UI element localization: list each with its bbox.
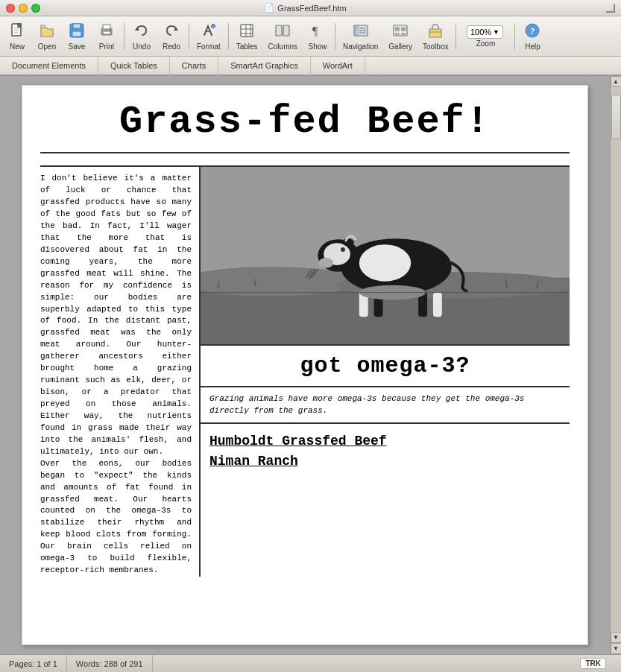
link-humboldt[interactable]: Humboldt Grassfed Beef [209,431,561,451]
pages-label: Pages: [9,659,34,668]
svg-rect-23 [283,25,289,36]
document-container: Grass-fed Beef! I don't believe it's a m… [0,76,610,654]
show-label: Show [309,42,327,51]
print-label: Print [99,42,115,51]
format-label: Format [197,42,221,51]
svg-point-49 [342,238,354,246]
separator-3 [228,23,229,50]
print-button[interactable]: Print [92,19,121,54]
tab-wordart[interactable]: WordArt [311,56,365,75]
navigation-label: Navigation [343,42,378,51]
columns-label: Columns [268,42,297,51]
title-bar: 📄 GrassFedBeef.htm [0,0,621,16]
document-title: Grass-fed Beef! [40,101,570,153]
close-button[interactable] [6,4,15,13]
navigation-icon [353,22,369,42]
svg-rect-32 [401,27,406,31]
svg-rect-10 [103,25,110,29]
right-column: got omega-3? Grazing animals have more o… [201,167,570,577]
save-label: Save [69,42,86,51]
new-button[interactable]: New [3,19,31,54]
scroll-up-button[interactable]: ▲ [611,76,622,87]
format-button[interactable]: Format [192,19,225,54]
tab-document-elements[interactable]: Document Elements [0,56,98,75]
columns-icon [274,22,291,42]
undo-icon [133,22,150,42]
title-bar-right [570,4,615,13]
svg-text:?: ? [530,25,535,37]
save-button[interactable]: Save [63,19,91,54]
gallery-icon [392,22,409,42]
scroll-down-1[interactable]: ▼ [611,632,622,643]
undo-button[interactable]: Undo [127,19,156,54]
help-button[interactable]: ? Help [518,19,546,54]
svg-rect-8 [72,31,81,37]
links-section: Humboldt Grassfed Beef Niman Ranch [201,424,570,479]
cow-image [201,167,570,346]
zoom-label: Zoom [476,39,496,48]
vertical-scrollbar[interactable]: ▲ ▼ ▼ [610,76,621,654]
document-body: I don't believe it's a matter of luck or… [40,165,570,577]
help-label: Help [525,42,540,51]
svg-rect-22 [276,25,282,36]
svg-rect-31 [395,27,400,31]
svg-rect-34 [401,33,406,35]
tab-smartart-graphics[interactable]: SmartArt Graphics [218,56,310,75]
words-value: 288 of 291 [104,659,143,668]
filename: GrassFedBeef.htm [277,4,346,13]
trk-segment: TRK [571,655,615,672]
file-icon: 📄 [264,3,274,13]
columns-button[interactable]: Columns [264,19,302,54]
maximize-button[interactable] [31,4,40,13]
open-button[interactable]: Open [33,19,61,54]
tab-charts[interactable]: Charts [170,56,218,75]
save-icon [69,22,85,42]
open-icon [39,22,55,42]
svg-point-44 [359,244,411,282]
body-paragraph-2: Over the eons, our bodies began to "expe… [40,458,192,577]
tab-quick-tables[interactable]: Quick Tables [98,56,170,75]
show-icon: ¶ [309,22,326,42]
navigation-button[interactable]: Navigation [338,19,382,54]
gallery-button[interactable]: Gallery [384,19,417,54]
words-segment: Words: 288 of 291 [67,655,153,672]
svg-rect-11 [103,31,110,34]
left-column: I don't believe it's a matter of luck or… [40,167,201,577]
caption-section: Grazing animals have more omega-3s becau… [201,387,570,424]
redo-button[interactable]: Redo [157,19,186,54]
svg-point-12 [110,30,111,31]
svg-rect-35 [429,29,441,37]
zoom-text: 100% [470,28,491,37]
redo-icon [163,22,180,42]
resize-icon [606,4,615,13]
minimize-button[interactable] [19,4,28,13]
new-label: New [10,42,25,51]
window-controls[interactable] [6,4,40,13]
document[interactable]: Grass-fed Beef! I don't believe it's a m… [22,85,588,645]
tables-button[interactable]: Tables [232,19,262,54]
separator-4 [335,23,335,50]
svg-point-48 [341,247,345,252]
link-niman-ranch[interactable]: Niman Ranch [209,451,561,472]
toolbox-icon [427,22,444,42]
svg-rect-17 [241,25,253,37]
body-paragraph-1: I don't believe it's a matter of luck or… [40,173,192,458]
insert-ribbon: Document Elements Quick Tables Charts Sm… [0,57,621,76]
tables-label: Tables [236,42,258,51]
caption-text: Grazing animals have more omega-3s becau… [209,393,561,416]
open-label: Open [38,42,56,51]
svg-rect-26 [354,25,359,36]
show-button[interactable]: ¶ Show [303,19,332,54]
svg-rect-53 [433,293,442,317]
toolbox-button[interactable]: Toolbox [418,19,453,54]
redo-label: Redo [163,42,180,51]
new-icon [9,22,25,42]
zoom-control[interactable]: 100% ▼ Zoom [459,19,511,54]
separator-5 [455,23,456,50]
pages-value: 1 of 1 [37,659,57,668]
scroll-down-2[interactable]: ▼ [611,643,622,654]
trk-badge: TRK [580,658,606,669]
scroll-track[interactable] [611,87,621,632]
scroll-thumb[interactable] [611,95,621,139]
zoom-value[interactable]: 100% ▼ [467,25,503,39]
